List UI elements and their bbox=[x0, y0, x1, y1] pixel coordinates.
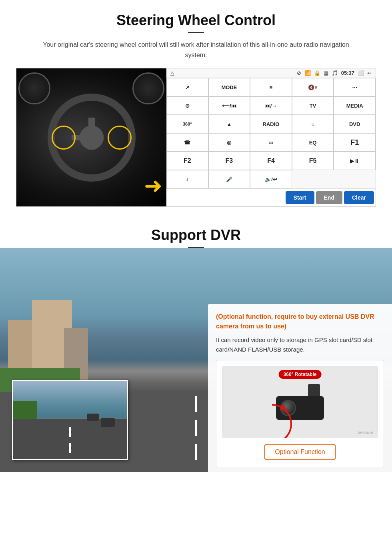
lock-icon: 🔒 bbox=[314, 70, 320, 76]
sw-button-grid: ↗ MODE ≡ 🔇× ⋯ ⊙ ⟵/⏮ ⏭/→ TV MEDIA 360° ▲ … bbox=[166, 78, 376, 188]
steering-wheel-image: ➜ bbox=[16, 68, 166, 206]
sw-image-inner: ➜ bbox=[16, 68, 166, 206]
home-icon: △ bbox=[170, 70, 174, 76]
steering-wheel-panel: ➜ △ ⊘ 📶 🔒 ▦ 🎵 05:37 ⬜ ↩ bbox=[16, 68, 376, 207]
time-display: 05:37 bbox=[341, 70, 354, 76]
sw-btn-music[interactable]: ♪ bbox=[166, 170, 208, 188]
sw-topbar: △ ⊘ 📶 🔒 ▦ 🎵 05:37 ⬜ ↩ bbox=[166, 68, 376, 78]
sw-wheel bbox=[44, 90, 140, 186]
sw-action-buttons: Start End Clear bbox=[166, 188, 376, 206]
sw-btn-radio[interactable]: RADIO bbox=[250, 115, 292, 133]
dvr-overlay-title: (Optional function, require to buy exter… bbox=[216, 312, 384, 331]
sw-btn-brightness[interactable]: ☼ bbox=[292, 115, 334, 133]
dvr-camera-visual: 360° Rotatable Seicane bbox=[222, 366, 378, 438]
start-button[interactable]: Start bbox=[286, 191, 314, 204]
dvr-camera-box: 360° Rotatable Seicane Optional Function bbox=[216, 360, 384, 467]
dvr-inset-background bbox=[13, 381, 127, 459]
calendar-icon: ▦ bbox=[324, 70, 328, 76]
sw-btn-volume-back[interactable]: 🔈/↩ bbox=[250, 170, 292, 188]
sw-circle-right bbox=[108, 126, 132, 150]
optional-function-button[interactable]: Optional Function bbox=[264, 444, 335, 460]
dvr-inset-tree bbox=[13, 401, 37, 419]
sw-btn-rectangle[interactable]: ▭ bbox=[250, 133, 292, 152]
dvr-overlay-panel: (Optional function, require to buy exter… bbox=[208, 304, 392, 472]
cam-360-badge: 360° Rotatable bbox=[279, 370, 322, 379]
sw-btn-f3[interactable]: F3 bbox=[208, 152, 250, 170]
sw-btn-dvd[interactable]: DVD bbox=[334, 115, 376, 133]
bluetooth-icon: 🎵 bbox=[332, 70, 338, 76]
dvr-photo-area: (Optional function, require to buy exter… bbox=[0, 248, 392, 472]
sw-btn-playpause[interactable]: ▶⏸ bbox=[334, 152, 376, 170]
sw-btn-list[interactable]: ≡ bbox=[250, 78, 292, 96]
sw-arrow: ➜ bbox=[144, 173, 162, 198]
section-dvr: Support DVR bbox=[0, 215, 392, 248]
dvr-overlay-text: It can record video only to storage in G… bbox=[216, 335, 384, 354]
section2-title: Support DVR bbox=[16, 227, 376, 244]
window-icon: ⬜ bbox=[358, 70, 364, 76]
section1-title: Steering Wheel Control bbox=[16, 12, 376, 29]
dvr-inset-road bbox=[13, 419, 127, 459]
sw-btn-f4[interactable]: F4 bbox=[250, 152, 292, 170]
sw-btn-mic[interactable]: 🎤 bbox=[208, 170, 250, 188]
sw-btn-empty1 bbox=[292, 170, 334, 188]
cam-assembly bbox=[276, 396, 324, 420]
dvr-inset-car-1 bbox=[101, 418, 115, 427]
dvr-road-line-1 bbox=[195, 444, 197, 460]
sw-btn-dots[interactable]: ⋯ bbox=[334, 78, 376, 96]
cam-watermark: Seicane bbox=[357, 430, 373, 435]
nav-icon: ⊘ bbox=[297, 70, 301, 76]
sw-btn-next[interactable]: ⏭/→ bbox=[250, 96, 292, 115]
sw-circle-left bbox=[52, 126, 76, 150]
dvr-inset-line-1 bbox=[69, 443, 71, 453]
section-steering-wheel: Steering Wheel Control Your original car… bbox=[0, 0, 392, 215]
cam-arrow-up bbox=[280, 404, 286, 410]
sw-btn-media[interactable]: MEDIA bbox=[334, 96, 376, 115]
sw-btn-prev[interactable]: ⟵/⏮ bbox=[208, 96, 250, 115]
dvr-road-line-3 bbox=[195, 396, 197, 412]
sw-btn-empty2 bbox=[334, 170, 376, 188]
sw-btn-mode[interactable]: MODE bbox=[208, 78, 250, 96]
dvr-inset-car-2 bbox=[87, 414, 99, 421]
sw-btn-f1[interactable]: F1 bbox=[334, 133, 376, 152]
section1-subtitle: Your original car's steering wheel contr… bbox=[36, 40, 356, 60]
sw-btn-eq[interactable]: EQ bbox=[292, 133, 334, 152]
sw-btn-360[interactable]: 360° bbox=[166, 115, 208, 133]
sw-btn-settings[interactable]: ⊙ bbox=[166, 96, 208, 115]
sw-btn-eject[interactable]: ▲ bbox=[208, 115, 250, 133]
wifi-icon: 📶 bbox=[304, 70, 311, 76]
sw-btn-phone[interactable]: ☎ bbox=[166, 133, 208, 152]
sw-btn-web[interactable]: ◎ bbox=[208, 133, 250, 152]
sw-btn-tv[interactable]: TV bbox=[292, 96, 334, 115]
sw-btn-f5[interactable]: F5 bbox=[292, 152, 334, 170]
section1-divider bbox=[188, 32, 204, 33]
sw-topbar-icons: ⊘ 📶 🔒 ▦ 🎵 05:37 ⬜ ↩ bbox=[297, 70, 372, 76]
optional-function-container: Optional Function bbox=[222, 442, 378, 461]
back-icon: ↩ bbox=[367, 70, 372, 76]
dvr-inset-photo bbox=[12, 380, 128, 460]
end-button[interactable]: End bbox=[316, 191, 342, 204]
dvr-inset-line-2 bbox=[69, 427, 71, 437]
sw-btn-f2[interactable]: F2 bbox=[166, 152, 208, 170]
clear-button[interactable]: Clear bbox=[344, 191, 374, 204]
sw-center-hub bbox=[80, 126, 104, 150]
dvr-road-line-2 bbox=[195, 420, 197, 436]
sw-btn-mute[interactable]: 🔇× bbox=[292, 78, 334, 96]
sw-button-panel: △ ⊘ 📶 🔒 ▦ 🎵 05:37 ⬜ ↩ ↗ MODE ≡ 🔇× bbox=[166, 68, 376, 206]
sw-btn-send[interactable]: ↗ bbox=[166, 78, 208, 96]
